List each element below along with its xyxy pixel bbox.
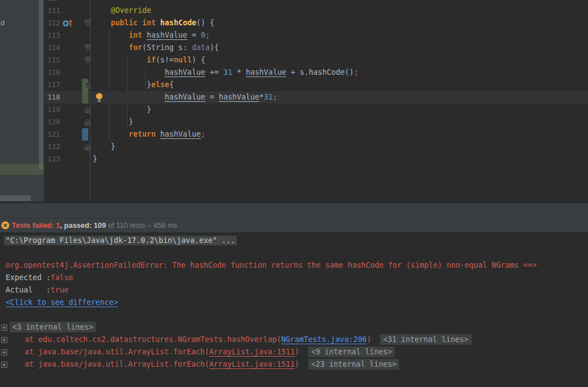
- test-status-text: Tests failed: 1, passed: 109 of 110 test…: [12, 219, 177, 232]
- line-number: 119: [44, 104, 60, 116]
- diff-line: <Click to see difference>: [6, 296, 118, 309]
- line-number: 113: [44, 29, 60, 42]
- line-number: 112: [44, 17, 60, 29]
- intention-bulb-icon[interactable]: [96, 93, 103, 102]
- tests-total-time: of 110 tests – 456 ms: [106, 221, 177, 230]
- fold-region-end-icon[interactable]: [84, 106, 91, 114]
- tests-passed-count: , passed: 109: [60, 221, 106, 230]
- code-line-115[interactable]: 115 if(s!=null) {: [44, 54, 588, 66]
- code-line-120[interactable]: 120 }: [44, 116, 588, 128]
- code-text: }else{: [93, 79, 174, 91]
- gutter-separator: [90, 0, 91, 201]
- internal-lines-badge[interactable]: <3 internal lines>: [10, 322, 96, 332]
- stack-trace-line: at edu.caltech.cs2.datastructures.NGramT…: [0, 334, 588, 346]
- line-number: 117: [44, 79, 60, 91]
- source-location-link[interactable]: NGramTests.java:206: [281, 335, 367, 344]
- code-text: hashValue += 31 * hashValue + s.hashCode…: [93, 66, 358, 79]
- code-text: public int hashCode() {: [93, 17, 214, 29]
- fold-region-end-icon[interactable]: [84, 81, 91, 89]
- line-number: 122: [44, 141, 60, 153]
- line-number: 114: [44, 42, 60, 54]
- internal-lines-badge[interactable]: <9 internal lines>: [308, 346, 395, 357]
- project-panel-scrollbar-end[interactable]: [39, 164, 43, 169]
- code-text: int hashValue = 0;: [93, 29, 210, 42]
- project-panel[interactable]: d: [0, 0, 44, 201]
- project-panel-scrollbar[interactable]: [39, 0, 43, 164]
- code-line-113[interactable]: 113 int hashValue = 0;: [44, 29, 588, 42]
- vcs-modified-marker[interactable]: [82, 128, 88, 141]
- expand-fold-icon[interactable]: [1, 325, 7, 331]
- line-number: 116: [44, 66, 60, 79]
- console-command-line[interactable]: "C:\Program Files\Java\jdk-17.0.2\bin\ja…: [4, 235, 237, 247]
- line-number: 121: [44, 128, 60, 141]
- stack-trace-line: at java.base/java.util.ArrayList.forEach…: [0, 346, 588, 358]
- expand-fold-icon[interactable]: [1, 349, 7, 356]
- fold-region-end-icon[interactable]: [84, 118, 91, 126]
- expand-fold-icon[interactable]: [1, 362, 7, 368]
- actual-line: Actual :true: [6, 284, 69, 296]
- code-line-119[interactable]: 119 }: [44, 104, 588, 116]
- internal-lines-badge[interactable]: <31 internal lines>: [380, 334, 471, 345]
- line-number: 118: [44, 91, 60, 104]
- code-line-123[interactable]: 123}: [44, 153, 588, 165]
- line-number: 123: [44, 153, 60, 165]
- expected-value: false: [51, 273, 73, 282]
- expected-line: Expected :false: [6, 272, 73, 284]
- fold-region-start-icon[interactable]: [84, 44, 91, 52]
- code-line-110[interactable]: 110: [44, 0, 588, 4]
- internal-lines-badge[interactable]: <23 internal lines>: [308, 359, 399, 370]
- fold-region-start-icon[interactable]: [84, 56, 91, 64]
- actual-value: true: [51, 286, 69, 294]
- source-location-link[interactable]: ArrayList.java:1511: [209, 360, 295, 368]
- code-line-112[interactable]: 112 public int hashCode() {: [44, 17, 588, 29]
- code-line-117[interactable]: 117 }else{: [44, 79, 588, 91]
- code-text: @Override: [93, 4, 151, 17]
- code-text: return hashValue;: [93, 128, 205, 141]
- line-number: 120: [44, 116, 60, 128]
- code-text: hashValue = hashValue*31;: [93, 91, 277, 104]
- source-location-link[interactable]: ArrayList.java:1511: [209, 348, 295, 356]
- assertion-error-line: org.opentest4j.AssertionFailedError: The…: [6, 259, 537, 272]
- code-text: for(String s: data){: [93, 42, 219, 54]
- ide-window: d 110111 @Override112 public int hashCod…: [0, 0, 588, 387]
- code-editor[interactable]: 110111 @Override112 public int hashCode(…: [44, 0, 588, 201]
- overrides-method-icon[interactable]: [62, 19, 73, 28]
- tests-failed-icon: [1, 221, 10, 230]
- code-line-116[interactable]: 116 hashValue += 31 * hashValue + s.hash…: [44, 66, 588, 79]
- code-line-111[interactable]: 111 @Override: [44, 4, 588, 17]
- code-line-118[interactable]: 118 hashValue = hashValue*31;: [44, 91, 588, 104]
- see-difference-link[interactable]: <Click to see difference>: [6, 298, 118, 307]
- tree-selected-row[interactable]: [0, 164, 44, 175]
- line-number: 110: [44, 0, 60, 4]
- code-text: }: [93, 153, 97, 165]
- fold-region-start-icon[interactable]: [84, 19, 91, 27]
- tests-failed-count: Tests failed: 1: [12, 221, 60, 230]
- fold-region-end-icon[interactable]: [84, 143, 91, 151]
- test-status-bar: Tests failed: 1, passed: 109 of 110 test…: [0, 219, 588, 232]
- stack-trace-line: <3 internal lines>: [0, 321, 588, 334]
- test-console-output[interactable]: "C:\Program Files\Java\jdk-17.0.2\bin\ja…: [0, 232, 588, 387]
- code-text: }: [93, 141, 115, 153]
- code-line-114[interactable]: 114 for(String s: data){: [44, 42, 588, 54]
- code-text: }: [93, 104, 151, 116]
- expand-fold-icon[interactable]: [1, 337, 7, 343]
- tree-item-text-fragment: d: [1, 19, 4, 27]
- line-number: 111: [44, 4, 60, 17]
- stack-trace-line: at java.base/java.util.ArrayList.forEach…: [0, 358, 588, 371]
- run-toolwindow-header: [0, 203, 588, 218]
- line-number: 115: [44, 54, 60, 66]
- code-line-122[interactable]: 122 }: [44, 141, 588, 153]
- code-text: }: [93, 116, 133, 128]
- code-text: if(s!=null) {: [93, 54, 205, 66]
- project-panel-hscroll-thumb[interactable]: [0, 195, 31, 201]
- code-line-121[interactable]: 121 return hashValue;: [44, 128, 588, 141]
